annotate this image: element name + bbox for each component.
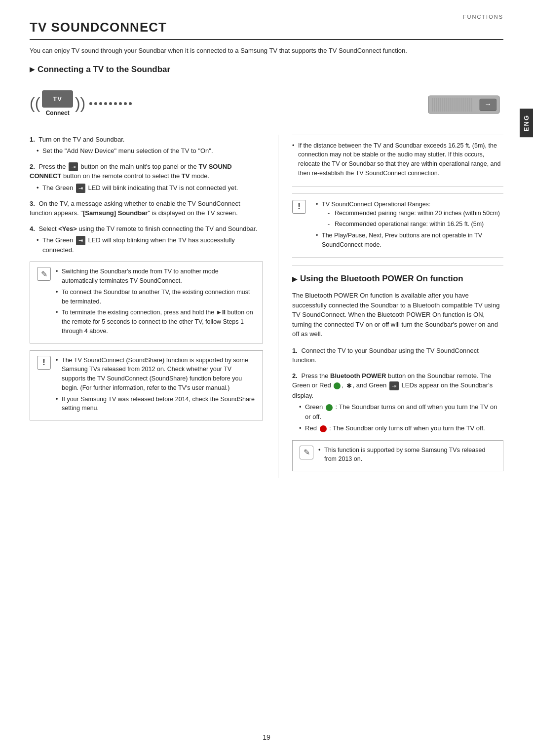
- step-2-text: Press the ⇥ button on the main unit's to…: [30, 163, 232, 180]
- section-bluetooth-heading: Using the Bluetooth POWER On function: [292, 274, 503, 284]
- input-button-icon: ⇥: [69, 162, 78, 172]
- tv-label: TV: [42, 90, 73, 108]
- bt-step-2-sub-1: Green : The Soundbar turns on and off wh…: [299, 402, 503, 421]
- step-2-sub-1: The Green ⇥ LED will blink indicating th…: [37, 183, 263, 193]
- step-3-text: On the TV, a message asking whether to e…: [30, 200, 240, 217]
- page-title: TV SOUNDCONNECT: [30, 20, 503, 40]
- step-1: 1. Turn on the TV and Soundbar. Set the …: [30, 135, 263, 156]
- info-box-dash-bullets: Recommended pairing range: within 20 inc…: [328, 209, 503, 229]
- section-connecting-heading: Connecting a TV to the Soundbar: [30, 65, 503, 75]
- bt-step-1-num: 1.: [292, 347, 298, 354]
- right-column: If the distance between the TV and Sound…: [278, 135, 503, 479]
- connect-diagram: (( TV Connect )): [30, 81, 503, 126]
- green-led-icon-bt: ⇥: [389, 381, 399, 391]
- dot-8: [124, 102, 127, 105]
- step-4: 4. Select <Yes> using the TV remote to f…: [30, 224, 263, 255]
- info-box-ranges-content: TV SoundConnect Operational Ranges: Reco…: [316, 200, 503, 252]
- dot-9: [129, 102, 132, 105]
- note-pencil-1-content: Switching the Soundbar's mode from TV to…: [56, 267, 256, 338]
- page: FUNCTIONS ENG TV SOUNDCONNECT You can en…: [0, 0, 533, 756]
- dot-6: [114, 102, 117, 105]
- dots-line: [89, 102, 132, 105]
- dot-4: [104, 102, 107, 105]
- note-pencil-1-bullet-1: Switching the Soundbar's mode from TV to…: [56, 267, 256, 286]
- wave-right-icon: )): [75, 94, 85, 113]
- tv-button-group: TV Connect: [42, 90, 73, 116]
- step-3: 3. On the TV, a message asking whether t…: [30, 199, 263, 218]
- note-pencil-1-bullet-3: To terminate the existing connection, pr…: [56, 308, 256, 336]
- note-exclaim-1-bullet-1: The TV SoundConnect (SoundShare) functio…: [56, 356, 256, 393]
- green-led-icon-4: ⇥: [76, 236, 85, 245]
- bt-asterisk-icon: ✱: [346, 381, 352, 391]
- info-box-ranges-bullets: TV SoundConnect Operational Ranges: Reco…: [316, 200, 503, 250]
- eng-tab: ENG: [520, 109, 533, 137]
- page-number: 19: [263, 733, 270, 741]
- section-divider: [292, 265, 503, 266]
- soundbar-svg: →: [424, 81, 503, 126]
- bt-step-2-text: Press the Bluetooth POWER button on the …: [292, 372, 493, 399]
- connecting-steps: 1. Turn on the TV and Soundbar. Set the …: [30, 135, 263, 255]
- step-4-text: Select <Yes> using the TV remote to fini…: [38, 225, 257, 232]
- note-pencil-1-bullet-2: To connect the Soundbar to another TV, t…: [56, 288, 256, 306]
- green-circle-icon: [334, 382, 341, 389]
- step-1-subbullets: Set the "Add New Device" menu selection …: [37, 146, 263, 156]
- step-2-subbullets: The Green ⇥ LED will blink indicating th…: [37, 183, 263, 193]
- info-box-distance: If the distance between the TV and Sound…: [292, 135, 503, 187]
- info-box-dash-2: Recommended operational range: within 16…: [328, 220, 503, 229]
- left-column: 1. Turn on the TV and Soundbar. Set the …: [30, 135, 263, 479]
- bt-step-2-subbullets: Green : The Soundbar turns on and off wh…: [299, 402, 503, 433]
- soundbar-illustration: →: [146, 81, 503, 126]
- bluetooth-steps: 1. Connect the TV to your Soundbar using…: [292, 346, 503, 433]
- two-column-layout: 1. Turn on the TV and Soundbar. Set the …: [30, 135, 503, 479]
- red-circle-icon: [320, 425, 327, 432]
- info-box-ranges-intro: TV SoundConnect Operational Ranges: Reco…: [316, 200, 503, 229]
- green-circle-icon-2: [326, 404, 333, 411]
- dot-3: [99, 102, 102, 105]
- info-box-distance-bullet: If the distance between the TV and Sound…: [292, 141, 503, 178]
- note-box-pencil-1: ✎ Switching the Soundbar's mode from TV …: [30, 262, 263, 343]
- exclaim-icon-2: !: [292, 200, 306, 214]
- step-4-sub-1: The Green ⇥ LED will stop blinking when …: [37, 235, 263, 255]
- bt-step-2-num: 2.: [292, 372, 298, 379]
- step-1-sub-1: Set the "Add New Device" menu selection …: [37, 146, 263, 156]
- dot-5: [109, 102, 112, 105]
- step-2: 2. Press the ⇥ button on the main unit's…: [30, 162, 263, 193]
- pencil-icon-bt: ✎: [300, 446, 313, 459]
- intro-text: You can enjoy TV sound through your Soun…: [30, 46, 449, 56]
- exclaim-icon-1: !: [37, 356, 51, 370]
- functions-label: FUNCTIONS: [463, 14, 503, 20]
- dot-1: [89, 102, 92, 105]
- info-box-dash-1: Recommended pairing range: within 20 inc…: [328, 209, 503, 218]
- bt-step-1-text: Connect the TV to your Soundbar using th…: [292, 347, 479, 364]
- bt-step-2-sub-2: Red : The Soundbar only turns off when y…: [299, 423, 503, 433]
- note-box-pencil-bt: ✎ This function is supported by some Sam…: [292, 440, 503, 472]
- step-3-num: 3.: [30, 200, 35, 207]
- note-exclaim-1-content: The TV SoundConnect (SoundShare) functio…: [56, 356, 256, 416]
- bt-step-2: 2. Press the Bluetooth POWER button on t…: [292, 371, 503, 433]
- dot-7: [119, 102, 122, 105]
- info-box-ranges-extra: The Play/Pause, Next, Prev buttons are n…: [316, 231, 503, 250]
- green-led-icon-2: ⇥: [76, 184, 85, 193]
- step-2-num: 2.: [30, 163, 35, 170]
- step-4-subbullets: The Green ⇥ LED will stop blinking when …: [37, 235, 263, 255]
- note-pencil-1-bullets: Switching the Soundbar's mode from TV to…: [56, 267, 256, 336]
- note-pencil-bt-bullets: This function is supported by some Samsu…: [318, 446, 496, 464]
- bluetooth-intro: The Bluetooth POWER On function is avail…: [292, 291, 503, 339]
- wave-left-icon: ((: [30, 94, 40, 113]
- connect-label: Connect: [46, 110, 70, 116]
- info-box-ranges: ! TV SoundConnect Operational Ranges: Re…: [292, 193, 503, 258]
- info-box-distance-bullets: If the distance between the TV and Sound…: [292, 141, 503, 178]
- note-box-exclaim-1: ! The TV SoundConnect (SoundShare) funct…: [30, 350, 263, 421]
- note-pencil-bt-content: This function is supported by some Samsu…: [318, 446, 496, 466]
- step-4-num: 4.: [30, 225, 35, 232]
- bt-step-1: 1. Connect the TV to your Soundbar using…: [292, 346, 503, 365]
- note-pencil-bt-bullet-1: This function is supported by some Samsu…: [318, 446, 496, 464]
- step-1-text: Turn on the TV and Soundbar.: [38, 136, 124, 143]
- svg-text:→: →: [485, 100, 492, 108]
- step-1-num: 1.: [30, 136, 35, 143]
- dot-2: [94, 102, 97, 105]
- pencil-icon-1: ✎: [37, 267, 51, 281]
- note-exclaim-1-bullets: The TV SoundConnect (SoundShare) functio…: [56, 356, 256, 414]
- note-exclaim-1-bullet-2: If your Samsung TV was released before 2…: [56, 395, 256, 414]
